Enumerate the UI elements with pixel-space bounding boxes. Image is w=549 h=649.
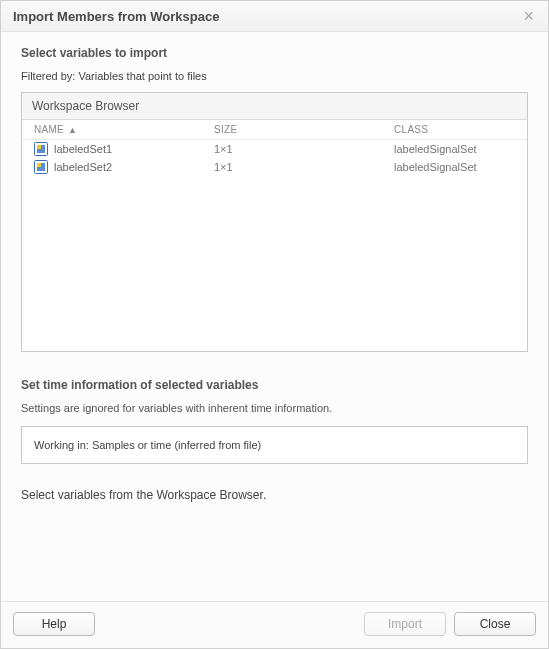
column-header-name-label: NAME (34, 124, 64, 135)
workspace-table: NAME ▲ SIZE CLASS labeledS (22, 120, 527, 351)
import-members-dialog: Import Members from Workspace × Select v… (0, 0, 549, 649)
selection-hint: Select variables from the Workspace Brow… (21, 488, 528, 502)
close-button[interactable]: Close (454, 612, 536, 636)
titlebar: Import Members from Workspace × (1, 1, 548, 32)
help-button[interactable]: Help (13, 612, 95, 636)
close-icon[interactable]: × (519, 7, 538, 25)
variable-icon (34, 160, 48, 174)
column-header-size-label: SIZE (214, 124, 237, 135)
dialog-footer: Help Import Close (1, 601, 548, 648)
column-header-class[interactable]: CLASS (394, 124, 515, 135)
table-row[interactable]: labeledSet1 1×1 labeledSignalSet (22, 140, 527, 158)
svg-rect-2 (37, 145, 41, 149)
variable-name: labeledSet2 (54, 161, 112, 173)
working-in-label: Working in: (34, 439, 89, 451)
variable-class: labeledSignalSet (394, 161, 515, 173)
svg-rect-5 (37, 163, 41, 167)
filter-line: Filtered by: Variables that point to fil… (21, 70, 528, 82)
variable-name: labeledSet1 (54, 143, 112, 155)
sort-ascending-icon: ▲ (68, 125, 77, 135)
filter-value: Variables that point to files (78, 70, 206, 82)
column-header-name[interactable]: NAME ▲ (34, 124, 214, 135)
filter-label: Filtered by: (21, 70, 75, 82)
table-row[interactable]: labeledSet2 1×1 labeledSignalSet (22, 158, 527, 176)
variable-size: 1×1 (214, 161, 394, 173)
variable-icon (34, 142, 48, 156)
column-header-class-label: CLASS (394, 124, 428, 135)
variable-size: 1×1 (214, 143, 394, 155)
variable-class: labeledSignalSet (394, 143, 515, 155)
workspace-table-header: NAME ▲ SIZE CLASS (22, 120, 527, 140)
time-section-desc: Settings are ignored for variables with … (21, 402, 528, 414)
time-section-title: Set time information of selected variabl… (21, 378, 528, 392)
column-header-size[interactable]: SIZE (214, 124, 394, 135)
workspace-browser-title: Workspace Browser (22, 93, 527, 120)
import-button[interactable]: Import (364, 612, 446, 636)
working-in-panel: Working in: Samples or time (inferred fr… (21, 426, 528, 464)
select-variables-title: Select variables to import (21, 46, 528, 60)
working-in-value: Samples or time (inferred from file) (92, 439, 261, 451)
dialog-title: Import Members from Workspace (13, 9, 219, 24)
dialog-content: Select variables to import Filtered by: … (1, 32, 548, 601)
workspace-browser-panel: Workspace Browser NAME ▲ SIZE CLASS (21, 92, 528, 352)
